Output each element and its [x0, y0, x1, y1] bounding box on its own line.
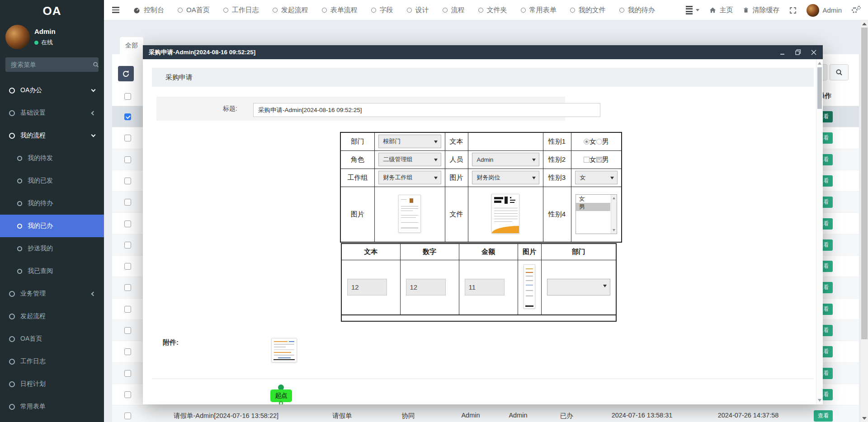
sidebar-item-我的已发[interactable]: 我的已发: [0, 169, 104, 192]
navbar-tab-工作日志[interactable]: 工作日志: [217, 0, 266, 20]
text-field-empty[interactable]: [468, 132, 543, 150]
select-all-checkbox[interactable]: [124, 93, 131, 100]
navbar-tab-文件夹[interactable]: 文件夹: [472, 0, 514, 20]
row-checkbox[interactable]: [124, 306, 131, 313]
flow-start-node[interactable]: 起点: [270, 389, 292, 402]
radio-male[interactable]: [596, 139, 602, 145]
search-icon[interactable]: [93, 61, 99, 68]
row-checkbox[interactable]: [124, 327, 131, 334]
title-input[interactable]: [253, 103, 600, 117]
row-checkbox[interactable]: [124, 113, 131, 120]
row-checkbox[interactable]: [124, 220, 131, 227]
listbox-option[interactable]: 男: [576, 203, 610, 211]
nav-home[interactable]: 主页: [709, 6, 733, 14]
restore-icon[interactable]: [795, 49, 801, 55]
sidebar-item-OA首页[interactable]: OA首页: [0, 328, 104, 350]
sidebar-item-我的待发[interactable]: 我的待发: [0, 147, 104, 169]
page-scrollbar[interactable]: [861, 20, 868, 422]
file-thumbnail[interactable]: [491, 194, 519, 234]
row-image-thumbnail[interactable]: [524, 264, 535, 309]
navbar-tab-设计[interactable]: 设计: [400, 0, 436, 20]
navbar-tab-表单流程[interactable]: 表单流程: [315, 0, 364, 20]
nav-fullscreen[interactable]: [789, 7, 797, 14]
listbox-option[interactable]: 女: [576, 195, 610, 203]
number-input[interactable]: 12: [406, 279, 446, 295]
search-input[interactable]: [5, 61, 93, 68]
sidebar-item-OA办公[interactable]: OA办公: [0, 79, 104, 102]
row-checkbox[interactable]: [124, 178, 131, 184]
row-checkbox[interactable]: [124, 370, 131, 377]
row-checkbox[interactable]: [124, 263, 131, 270]
close-icon[interactable]: [811, 50, 816, 55]
department-select[interactable]: 根部门: [378, 135, 441, 148]
sidebar-item-常用表单[interactable]: 常用表单: [0, 395, 104, 418]
sidebar-item-基础设置[interactable]: 基础设置: [0, 102, 104, 124]
nav-list-menu[interactable]: [686, 6, 699, 15]
row-checkbox[interactable]: [124, 284, 131, 291]
list-icon: [686, 6, 693, 15]
row-checkbox[interactable]: [124, 391, 131, 398]
radio-female[interactable]: [584, 139, 590, 145]
scroll-down-icon[interactable]: [818, 399, 821, 402]
modal-scrollbar[interactable]: [816, 59, 822, 404]
minimize-icon[interactable]: [780, 50, 785, 55]
row-checkbox[interactable]: [124, 242, 131, 249]
scroll-up-icon[interactable]: [862, 23, 867, 25]
modal-titlebar[interactable]: 采购申请-Admin[2024-08-16 09:52:25]: [143, 45, 823, 59]
scroll-up-icon[interactable]: [818, 62, 821, 65]
sidebar-item-日程计划[interactable]: 日程计划: [0, 373, 104, 395]
role-select[interactable]: 二级管理组: [378, 153, 441, 166]
attachment-thumbnail[interactable]: [271, 338, 297, 362]
avatar[interactable]: [5, 25, 30, 49]
person-select[interactable]: Admin: [472, 153, 539, 166]
row-checkbox[interactable]: [124, 135, 131, 141]
scroll-up-icon: [613, 197, 615, 199]
page-scrollbar-thumb[interactable]: [861, 28, 868, 339]
flow-connector-dot-bottom[interactable]: [279, 401, 283, 404]
settings-gears-icon[interactable]: [852, 6, 861, 15]
nav-user[interactable]: Admin: [807, 4, 842, 17]
sidebar-item-我已查阅[interactable]: 我已查阅: [0, 260, 104, 282]
view-button[interactable]: 查看: [814, 410, 833, 422]
table-row[interactable]: 请假单-Admin[2024-07-16 13:58:22]请假单协同Admin…: [112, 405, 859, 422]
sidebar-item-业务管理[interactable]: 业务管理: [0, 282, 104, 305]
caret-down-icon: [434, 141, 438, 143]
sidebar-item-我的待办[interactable]: 我的待办: [0, 192, 104, 215]
amount-input[interactable]: 11: [465, 279, 505, 295]
sidebar-item-发起流程[interactable]: 发起流程: [0, 305, 104, 328]
row-checkbox[interactable]: [124, 348, 131, 355]
gender4-listbox[interactable]: 女男: [576, 194, 617, 234]
row-checkbox[interactable]: [124, 156, 131, 163]
workgroup-select[interactable]: 财务工作组: [378, 171, 441, 184]
refresh-button[interactable]: [118, 66, 134, 81]
navbar-tab-常用表单[interactable]: 常用表单: [514, 0, 563, 20]
navbar-tab-流程[interactable]: 流程: [436, 0, 472, 20]
sidebar-item-我的流程[interactable]: 我的流程: [0, 124, 104, 147]
sidebar-item-抄送我的[interactable]: 抄送我的: [0, 237, 104, 260]
gender3-select[interactable]: 女: [575, 171, 618, 184]
modal-scrollbar-thumb[interactable]: [817, 67, 822, 109]
checkbox-female[interactable]: [584, 157, 590, 163]
sidebar-item-工作日志[interactable]: 工作日志: [0, 350, 104, 373]
tab-all[interactable]: 全部: [120, 37, 143, 54]
picture-select[interactable]: 财务岗位: [472, 171, 539, 184]
text-input[interactable]: 12: [347, 279, 387, 295]
row-checkbox[interactable]: [124, 199, 131, 206]
table-search-button[interactable]: [830, 64, 849, 80]
image-thumbnail[interactable]: [398, 195, 421, 233]
hamburger-icon[interactable]: [112, 7, 119, 13]
sidebar-item-我的已办[interactable]: 我的已办: [0, 215, 104, 237]
nav-clear-cache[interactable]: 清除缓存: [743, 6, 779, 14]
row-department-select[interactable]: [547, 279, 611, 295]
navbar-tab-控制台[interactable]: 控制台: [127, 0, 171, 20]
navbar-tab-发起流程[interactable]: 发起流程: [266, 0, 315, 20]
navbar-tab-我的文件[interactable]: 我的文件: [563, 0, 613, 20]
checkbox-male[interactable]: [596, 157, 602, 163]
navbar-tab-OA首页[interactable]: OA首页: [171, 0, 217, 20]
listbox-scrollbar[interactable]: [611, 195, 617, 234]
scroll-down-icon[interactable]: [862, 417, 867, 420]
navbar-tab-我的待办[interactable]: 我的待办: [613, 0, 662, 20]
row-checkbox[interactable]: [124, 413, 131, 419]
navbar-tab-字段[interactable]: 字段: [364, 0, 400, 20]
sidebar-item-label: 抄送我的: [28, 244, 53, 253]
